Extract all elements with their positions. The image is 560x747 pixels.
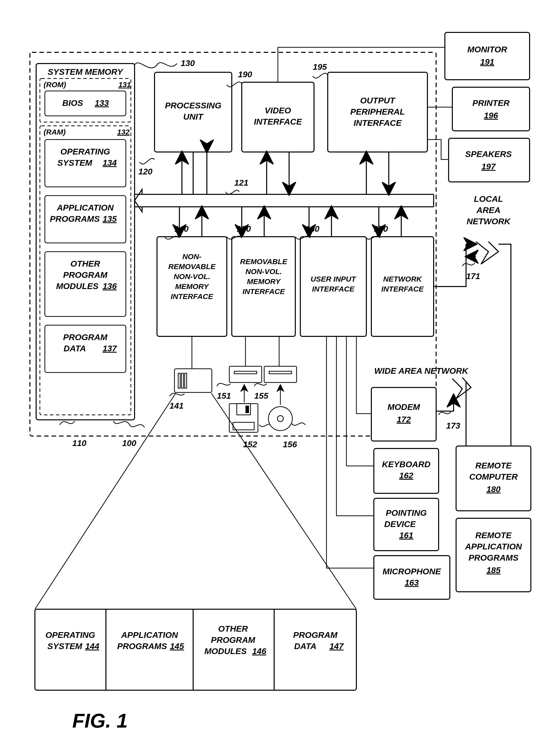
remote-app-block: REMOTE APPLICATION PROGRAMS 185 (456, 518, 531, 592)
svg-text:134: 134 (103, 158, 117, 168)
modem-block: MODEM 172 (371, 387, 436, 441)
svg-point-70 (277, 416, 283, 421)
svg-text:INTERFACE: INTERFACE (254, 117, 302, 126)
user-input-block: USER INPUT INTERFACE (300, 237, 366, 336)
svg-text:NON-: NON- (182, 252, 202, 261)
svg-text:PRINTER: PRINTER (472, 98, 510, 108)
svg-text:MODEM: MODEM (387, 402, 420, 412)
svg-text:SYSTEM: SYSTEM (47, 641, 82, 651)
svg-text:INTERFACE: INTERFACE (243, 287, 285, 295)
video-interface-block: VIDEO INTERFACE (242, 82, 314, 152)
svg-rect-68 (233, 422, 254, 430)
drive1-icon (229, 336, 262, 383)
pointing-block: POINTING DEVICE 161 (374, 498, 439, 551)
svg-text:PROGRAM: PROGRAM (63, 332, 107, 342)
keyboard-block: KEYBOARD 162 (374, 448, 439, 493)
svg-rect-61 (229, 366, 262, 383)
ref-171: 171 (466, 271, 480, 281)
bios-ref: 133 (95, 98, 109, 108)
svg-text:146: 146 (252, 646, 267, 656)
ref-155: 155 (254, 391, 269, 401)
svg-text:163: 163 (405, 578, 419, 587)
svg-text:SYSTEM: SYSTEM (57, 158, 92, 168)
svg-text:VIDEO: VIDEO (265, 106, 291, 115)
svg-text:PROGRAM: PROGRAM (293, 630, 337, 640)
svg-text:PROGRAMS: PROGRAMS (50, 214, 100, 224)
ref-120: 120 (138, 167, 153, 176)
svg-text:INTERFACE: INTERFACE (312, 285, 355, 293)
remote-computer-block: REMOTE COMPUTER 180 (456, 446, 531, 511)
wan-label: WIDE AREA NETWORK (374, 366, 469, 376)
svg-text:MEMORY: MEMORY (175, 282, 209, 290)
ref-173: 173 (446, 421, 460, 430)
svg-text:162: 162 (399, 471, 413, 480)
svg-text:UNIT: UNIT (183, 112, 204, 121)
svg-text:KEYBOARD: KEYBOARD (382, 460, 431, 469)
svg-rect-31 (445, 32, 530, 80)
svg-text:DEVICE: DEVICE (384, 519, 416, 529)
svg-text:REMOTE: REMOTE (475, 461, 512, 470)
figure-canvas: SYSTEM MEMORY (ROM) 131 BIOS 133 (RAM) 1… (0, 0, 560, 747)
ref-130: 130 (181, 58, 195, 68)
svg-text:REMOVABLE: REMOVABLE (168, 262, 215, 271)
svg-rect-81 (374, 556, 450, 599)
svg-text:185: 185 (486, 565, 501, 575)
data-strip: OPERATING SYSTEM 144 APPLICATION PROGRAM… (35, 609, 356, 690)
svg-text:SPEAKERS: SPEAKERS (465, 149, 512, 159)
svg-text:135: 135 (103, 214, 117, 224)
floppy-icon (229, 404, 258, 432)
nonremovable-interface-block: NON- REMOVABLE NON-VOL. MEMORY INTERFACE (157, 237, 227, 336)
svg-text:OTHER: OTHER (71, 259, 100, 268)
svg-text:MODULES: MODULES (204, 646, 247, 656)
svg-rect-37 (449, 138, 530, 182)
svg-text:DATA: DATA (294, 641, 316, 651)
svg-text:USER INPUT: USER INPUT (310, 275, 356, 283)
svg-text:REMOVABLE: REMOVABLE (240, 257, 287, 266)
processing-unit-block: PROCESSING UNIT (154, 72, 232, 152)
ref-152: 152 (243, 440, 257, 449)
svg-text:197: 197 (482, 162, 496, 171)
ref-151: 151 (217, 391, 231, 401)
svg-text:POINTING: POINTING (386, 508, 427, 517)
svg-text:INTERFACE: INTERFACE (354, 118, 402, 128)
lan-label-1: LOCAL (474, 194, 503, 204)
svg-text:191: 191 (480, 57, 494, 67)
ref-170: 170 (374, 224, 388, 233)
svg-text:180: 180 (486, 484, 501, 494)
output-peripheral-block: OUTPUT PERIPHERAL INTERFACE (328, 72, 427, 152)
svg-rect-67 (246, 406, 249, 413)
printer-block: PRINTER 196 (452, 87, 530, 131)
ref-110: 110 (72, 438, 86, 448)
microphone-block: MICROPHONE 163 (374, 556, 450, 599)
sysmem-title: SYSTEM MEMORY (48, 67, 124, 77)
svg-rect-2 (45, 91, 126, 116)
speakers-block: SPEAKERS 197 (449, 138, 530, 182)
svg-text:PROGRAMS: PROGRAMS (468, 553, 519, 562)
svg-text:PROCESSING: PROCESSING (165, 101, 222, 110)
svg-text:NETWORK: NETWORK (383, 275, 423, 283)
svg-rect-34 (452, 87, 530, 131)
drive2-icon (264, 336, 297, 383)
ram-label: (RAM) (44, 128, 66, 136)
system-memory-block: SYSTEM MEMORY (ROM) 131 BIOS 133 (RAM) 1… (36, 63, 134, 420)
ref-190: 190 (238, 70, 252, 79)
svg-text:137: 137 (103, 343, 118, 353)
svg-text:INTERFACE: INTERFACE (171, 292, 213, 301)
ref-150: 150 (237, 224, 251, 233)
ref-100: 100 (122, 438, 136, 448)
svg-text:APPLICATION: APPLICATION (121, 630, 178, 640)
svg-text:NON-VOL.: NON-VOL. (246, 267, 282, 276)
svg-text:PERIPHERAL: PERIPHERAL (350, 107, 405, 117)
svg-text:PROGRAM: PROGRAM (211, 635, 255, 645)
ref-160: 160 (305, 224, 320, 233)
conn-out-speakers (427, 139, 449, 159)
ref-156: 156 (283, 440, 297, 449)
figure-label: FIG. 1 (72, 710, 128, 732)
ram-ref: 132 (117, 128, 130, 136)
svg-text:OUTPUT: OUTPUT (360, 96, 396, 105)
svg-text:OPERATING: OPERATING (60, 147, 110, 156)
svg-text:136: 136 (103, 281, 117, 291)
svg-text:144: 144 (85, 641, 99, 651)
monitor-block: MONITOR 191 (445, 32, 530, 80)
svg-text:145: 145 (170, 641, 184, 651)
